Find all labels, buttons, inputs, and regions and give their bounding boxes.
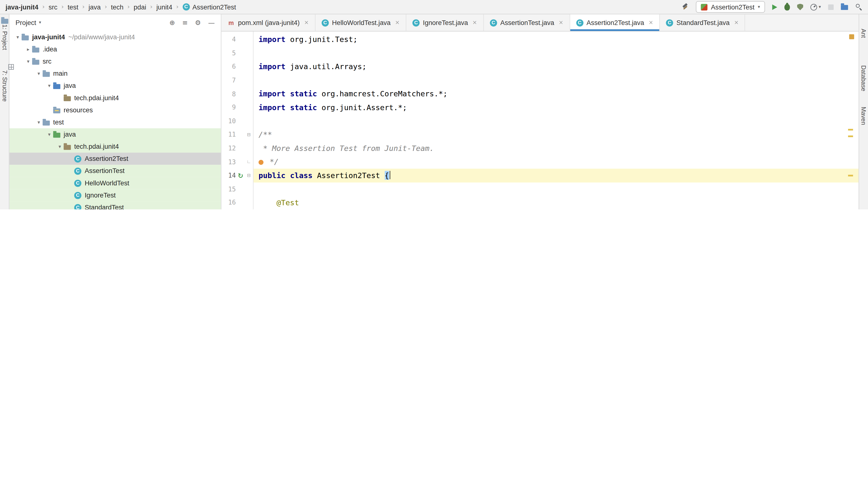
tool-window-database[interactable]: Database — [860, 65, 867, 91]
breadcrumb-item[interactable]: CAssertion2Test — [182, 3, 236, 11]
tool-window-structure[interactable]: 7: Structure — [2, 70, 8, 102]
tree-item[interactable]: CAssertion2Test — [9, 152, 221, 165]
breadcrumb-item[interactable]: junit4 — [156, 3, 172, 11]
tree-item[interactable]: CIgnoreTest — [9, 189, 221, 201]
coverage-button[interactable] — [797, 4, 803, 10]
tree-item[interactable]: ▸.idea — [9, 43, 221, 55]
editor-caret — [390, 171, 390, 179]
editor-tab[interactable]: CIgnoreTest.java× — [406, 14, 484, 31]
tree-expand-icon[interactable]: ▾ — [45, 132, 53, 137]
profiler-button[interactable]: ▾ — [810, 4, 821, 10]
editor[interactable]: import org.junit.Test;import java.util.A… — [253, 32, 859, 209]
build-project-button[interactable] — [681, 3, 689, 11]
tree-expand-icon[interactable]: ▸ — [24, 46, 32, 52]
stop-button[interactable] — [828, 4, 834, 10]
debug-button[interactable] — [784, 3, 790, 11]
code-token: * More Assertion Test from Junit-Team. — [258, 144, 434, 152]
tree-expand-icon[interactable]: ▾ — [45, 83, 53, 89]
class-icon: C — [74, 155, 81, 162]
project-folder-button[interactable] — [841, 4, 848, 10]
tree-item[interactable]: ▾java-junit4~/pdai/www/java-junit4 — [9, 31, 221, 43]
run-configurations-combo[interactable]: Assertion2Test▾ — [696, 1, 765, 13]
ide-window: java-junit4›src›test›java›tech›pdai›juni… — [0, 0, 868, 209]
close-tab-icon[interactable]: × — [734, 20, 739, 26]
gutter-line: 10 — [221, 114, 253, 128]
close-tab-icon[interactable]: × — [472, 20, 477, 26]
breadcrumb-item[interactable]: java-junit4 — [6, 3, 38, 11]
tool-window-project-icon[interactable] — [1, 19, 8, 24]
code-line: import org.junit.Test; — [253, 33, 859, 46]
fold-marker[interactable]: ⊟ — [245, 132, 253, 137]
tree-item-path: ~/pdai/www/java-junit4 — [68, 33, 135, 41]
editor-tab[interactable]: CHelloWorldTest.java× — [315, 14, 406, 31]
editor-tab[interactable]: CStandardTest.java× — [660, 14, 745, 31]
close-tab-icon[interactable]: × — [559, 20, 563, 26]
class-icon: C — [576, 19, 583, 27]
tree-expand-icon[interactable]: ▾ — [35, 71, 43, 76]
select-opened-file-icon[interactable]: ⊕ — [169, 20, 175, 26]
warning-stripe-mark[interactable] — [848, 135, 853, 137]
class-icon: C — [666, 19, 673, 27]
editor-tab[interactable]: CAssertion2Test.java× — [570, 14, 660, 31]
tree-item[interactable]: ▾test — [9, 116, 221, 128]
breadcrumb-item[interactable]: src — [49, 3, 57, 11]
tree-expand-icon[interactable]: ▾ — [56, 144, 64, 149]
tree-expand-icon[interactable]: ▾ — [35, 120, 43, 125]
breadcrumb-separator-icon: › — [105, 4, 107, 10]
warning-stripe-mark[interactable] — [848, 129, 853, 131]
project-panel-header: Project ▾ ⊕≡⚙— — [9, 14, 221, 31]
code-token: public — [258, 171, 285, 179]
inspection-status-icon[interactable] — [849, 34, 854, 39]
tree-item[interactable]: ▾java — [9, 128, 221, 140]
warning-stripe-mark[interactable] — [848, 175, 853, 176]
run-button[interactable] — [772, 4, 777, 10]
tree-item[interactable]: CStandardTest — [9, 201, 221, 209]
tree-item[interactable]: ▾java — [9, 79, 221, 92]
view-menu-icon[interactable]: ≡ — [182, 20, 188, 26]
close-tab-icon[interactable]: × — [304, 20, 309, 26]
tree-item[interactable]: CAssertionTest — [9, 165, 221, 177]
magnifier-icon — [856, 3, 863, 11]
class-icon: C — [490, 19, 497, 27]
bug-icon — [784, 4, 790, 10]
folder-icon — [53, 133, 60, 138]
run-config-label: Assertion2Test — [711, 3, 754, 11]
breadcrumb-item[interactable]: test — [67, 3, 78, 11]
search-everywhere-button[interactable] — [856, 3, 863, 11]
tree-item[interactable]: CHelloWorldTest — [9, 177, 221, 189]
tree-item-label: java — [64, 131, 76, 138]
project-panel-selector[interactable]: Project ▾ — [16, 19, 41, 27]
settings-icon[interactable]: ⚙ — [195, 20, 201, 26]
code-token: static — [290, 89, 317, 98]
run-test-icon[interactable]: ↻ — [238, 172, 243, 180]
breadcrumb-label: src — [49, 3, 57, 11]
project-header-icons: ⊕≡⚙— — [169, 20, 215, 26]
tree-item[interactable]: ▾src — [9, 55, 221, 67]
breadcrumb-item[interactable]: java — [89, 3, 101, 11]
tree-item[interactable]: ▾tech.pdai.junit4 — [9, 140, 221, 152]
tool-window-structure-icon[interactable] — [8, 64, 14, 70]
editor-tab[interactable]: mpom.xml (java-junit4)× — [221, 14, 315, 31]
fold-marker[interactable]: ⊟ — [245, 173, 253, 178]
tool-window-maven[interactable]: Maven — [860, 107, 867, 125]
code-line — [253, 182, 859, 196]
tool-window-project[interactable]: 1: Project — [2, 24, 8, 50]
tree-expand-icon[interactable]: ▾ — [14, 34, 22, 40]
tree-item[interactable]: tech.pdai.junit4 — [9, 92, 221, 104]
breadcrumb-separator-icon: › — [82, 4, 85, 10]
breadcrumb-item[interactable]: pdai — [133, 3, 146, 11]
tree-item[interactable]: resources — [9, 104, 221, 116]
close-tab-icon[interactable]: × — [648, 20, 653, 26]
tree-item-label: AssertionTest — [85, 167, 125, 175]
fold-marker[interactable]: ∟ — [245, 160, 253, 165]
close-tab-icon[interactable]: × — [395, 20, 400, 26]
editor-tab[interactable]: CAssertionTest.java× — [484, 14, 570, 31]
hide-panel-icon[interactable]: — — [208, 20, 215, 26]
tree-item[interactable]: ▾main — [9, 67, 221, 79]
breadcrumb-item[interactable]: tech — [111, 3, 124, 11]
breadcrumb: java-junit4›src›test›java›tech›pdai›juni… — [6, 3, 236, 11]
tool-window-ant[interactable]: Ant — [860, 29, 867, 38]
tree-expand-icon[interactable]: ▾ — [24, 59, 32, 64]
scrollbar-markers — [845, 14, 859, 209]
gutter-line: 15 — [221, 182, 253, 196]
